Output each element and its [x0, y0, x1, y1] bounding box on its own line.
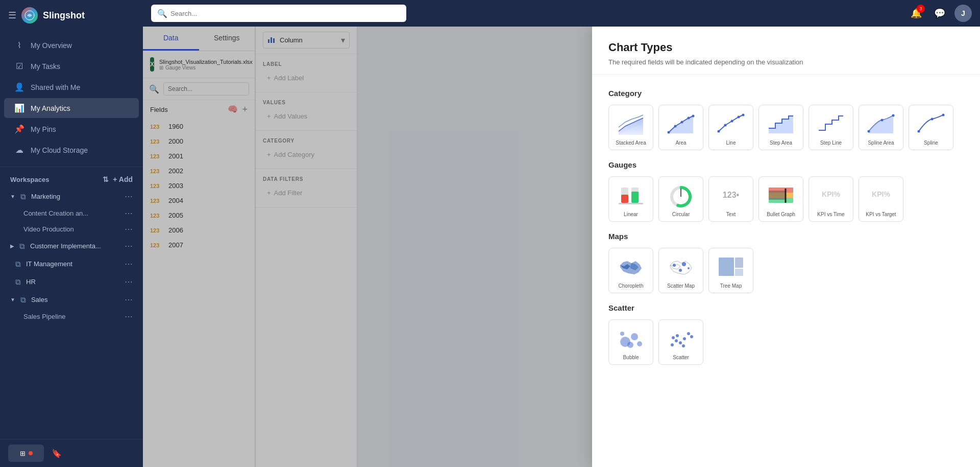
svg-point-16	[742, 114, 745, 116]
svg-text:KPI%: KPI%	[872, 190, 890, 198]
svg-point-20	[892, 114, 895, 117]
workspace-menu-button-3[interactable]: ⋯	[125, 259, 133, 269]
chart-item-kpi-vs-time[interactable]: KPI% KPI vs Time	[808, 176, 853, 222]
category-charts-grid: Stacked Area	[608, 105, 964, 150]
modal-header: Chart Types The required fields will be …	[592, 27, 980, 75]
svg-point-58	[690, 335, 693, 338]
svg-point-19	[881, 119, 884, 122]
scatter-charts-grid: Bubble	[608, 319, 964, 365]
chart-item-step-area[interactable]: Step Area	[758, 105, 803, 150]
sidebar-item-overview[interactable]: ⌇ My Overview	[4, 35, 139, 55]
kpi-vs-time-label: KPI vs Time	[817, 212, 844, 217]
modal-title: Chart Types	[608, 41, 964, 54]
svg-point-53	[675, 339, 678, 342]
chart-item-bullet-graph[interactable]: Bullet Graph	[758, 176, 803, 222]
sub-item-video-production[interactable]: Video Production ⋯	[0, 221, 143, 237]
sidebar-item-tasks[interactable]: ☑ My Tasks	[4, 56, 139, 76]
chart-item-bubble[interactable]: Bubble	[608, 319, 653, 365]
chart-item-spline-area[interactable]: Spline Area	[859, 105, 903, 150]
stacked-view-button[interactable]: ⊞	[8, 445, 44, 462]
bubble-label: Bubble	[623, 355, 639, 360]
add-workspace-button[interactable]: + Add	[113, 175, 133, 183]
shared-icon: 👤	[14, 82, 24, 92]
workspace-marketing[interactable]: ▼ ⧉ Marketing ⋯	[0, 188, 143, 205]
svg-marker-17	[769, 116, 793, 133]
notification-badge: 3	[917, 5, 925, 13]
chart-item-line[interactable]: Line	[708, 105, 753, 150]
svg-point-43	[688, 267, 690, 269]
sidebar-header: ☰ Slingshot	[0, 0, 143, 31]
text-label: Text	[726, 212, 736, 217]
search-icon: 🔍	[157, 9, 167, 18]
scatter-chart-label: Scatter	[673, 355, 689, 360]
svg-point-51	[627, 342, 633, 348]
svg-point-57	[687, 332, 690, 335]
svg-point-59	[682, 344, 685, 347]
sidebar-item-pins[interactable]: 📌 My Pins	[4, 119, 139, 139]
workspace-customer[interactable]: ▶ ⧉ Customer Implementa... ⋯	[0, 237, 143, 255]
chart-item-area[interactable]: Area	[658, 105, 703, 150]
content-panel: Data Settings X Slingshot_Visualization_…	[143, 27, 980, 467]
spline-area-label: Spline Area	[868, 140, 894, 146]
workspace-menu-button[interactable]: ⋯	[125, 192, 133, 201]
kpi-vs-target-label: KPI vs Target	[866, 212, 896, 217]
chart-item-text[interactable]: 123• Text	[708, 176, 753, 222]
svg-point-23	[942, 114, 945, 116]
chart-types-modal-overlay: Chart Types The required fields will be …	[143, 27, 980, 467]
bookmark-button[interactable]: 🔖	[48, 445, 65, 462]
chart-item-tree-map[interactable]: Tree Map	[708, 248, 753, 293]
app-logo	[21, 7, 38, 24]
line-label: Line	[726, 140, 736, 146]
dot-indicator	[29, 451, 33, 455]
svg-point-9	[681, 121, 683, 124]
svg-point-49	[637, 341, 642, 346]
workspace-menu-button-2[interactable]: ⋯	[125, 241, 133, 251]
svg-rect-27	[631, 192, 639, 203]
workspace-menu-button-4[interactable]: ⋯	[125, 277, 133, 287]
chart-types-modal: Chart Types The required fields will be …	[592, 27, 980, 467]
svg-rect-36	[769, 191, 785, 200]
sidebar-item-analytics[interactable]: 📊 My Analytics	[4, 98, 139, 118]
main-area: 🔍 🔔 3 💬 J Data Settings X Slingshot_Visu…	[143, 0, 980, 467]
category-label: Category	[608, 89, 964, 98]
chart-item-stacked-area[interactable]: Stacked Area	[608, 105, 653, 150]
chart-item-choropleth[interactable]: Choropleth	[608, 248, 653, 293]
svg-point-12	[718, 130, 720, 133]
search-input[interactable]	[170, 10, 400, 17]
sub-item-content-creation[interactable]: Content Creation an... ⋯	[0, 205, 143, 221]
storage-icon: ☁	[14, 145, 24, 155]
chart-item-spline[interactable]: Spline	[909, 105, 953, 150]
hamburger-icon[interactable]: ☰	[8, 10, 16, 21]
circular-label: Circular	[672, 212, 690, 217]
svg-rect-28	[619, 203, 643, 204]
chart-item-scatter-map[interactable]: Scatter Map	[658, 248, 703, 293]
chart-item-kpi-vs-target[interactable]: KPI% KPI vs Target	[859, 176, 903, 222]
svg-point-7	[668, 131, 670, 134]
workspace-it[interactable]: ⧉ IT Management ⋯	[0, 255, 143, 273]
area-label: Area	[675, 140, 686, 146]
notification-button[interactable]: 🔔 3	[908, 5, 925, 22]
sidebar-item-storage[interactable]: ☁ My Cloud Storage	[4, 140, 139, 160]
user-avatar[interactable]: J	[954, 5, 972, 22]
svg-point-13	[724, 124, 727, 127]
chart-item-step-line[interactable]: Step Line	[808, 105, 853, 150]
layers-icon-5: ⧉	[20, 295, 26, 305]
workspace-hr[interactable]: ⧉ HR ⋯	[0, 273, 143, 291]
chart-item-linear[interactable]: Linear	[608, 176, 653, 222]
message-button[interactable]: 💬	[931, 5, 948, 22]
bullet-graph-label: Bullet Graph	[767, 212, 795, 217]
workspace-menu-button-5[interactable]: ⋯	[125, 295, 133, 305]
chart-item-scatter[interactable]: Scatter	[658, 319, 703, 365]
sort-workspaces-button[interactable]: ⇅	[103, 175, 109, 183]
layers-icon: ⧉	[20, 192, 26, 201]
svg-point-60	[672, 336, 675, 339]
sub-item-sales-pipeline[interactable]: Sales Pipeline ⋯	[0, 309, 143, 324]
maps-label: Maps	[608, 232, 964, 241]
chart-item-circular[interactable]: Circular	[658, 176, 703, 222]
layers-icon-4: ⧉	[15, 277, 21, 287]
workspace-sales[interactable]: ▼ ⧉ Sales ⋯	[0, 291, 143, 309]
svg-rect-46	[735, 269, 743, 276]
svg-point-10	[688, 117, 690, 120]
sidebar-item-shared[interactable]: 👤 Shared with Me	[4, 77, 139, 97]
top-bar: 🔍 🔔 3 💬 J	[143, 0, 980, 27]
